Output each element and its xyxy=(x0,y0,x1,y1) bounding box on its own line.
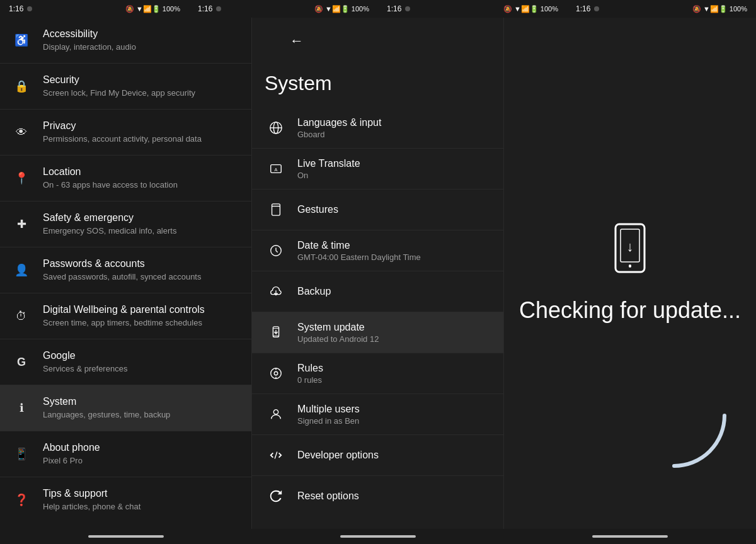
sidebar-item-safety[interactable]: ✚ Safety & emergency Emergency SOS, medi… xyxy=(0,201,251,247)
sidebar-item-accessibility[interactable]: ♿ Accessibility Display, interaction, au… xyxy=(0,18,251,63)
system-item-gestures[interactable]: Gestures xyxy=(252,190,503,230)
system-icon-livetranslate: A xyxy=(265,157,287,180)
sidebar-icon-location: 📍 xyxy=(10,167,33,190)
svg-rect-5 xyxy=(272,204,280,215)
bottom-left xyxy=(0,529,252,544)
status-dot-far-right xyxy=(594,6,599,11)
system-icon-developer xyxy=(265,444,287,467)
update-icon-container: ↓ xyxy=(608,223,652,282)
sidebar-item-about[interactable]: 📱 About phone Pixel 6 Pro xyxy=(0,431,251,477)
sidebar-icon-tips: ❓ xyxy=(10,489,33,511)
system-title-reset: Reset options xyxy=(297,490,491,502)
system-title-systemupdate: System update xyxy=(297,322,491,333)
sidebar-title-system: System xyxy=(43,395,241,409)
sidebar-title-location: Location xyxy=(43,166,241,179)
system-item-datetime[interactable]: Date & time GMT-04:00 Eastern Daylight T… xyxy=(252,230,503,271)
system-title-gestures: Gestures xyxy=(297,204,491,215)
sidebar-icon-privacy: 👁 xyxy=(10,121,33,144)
status-icons-far-right: 🔕 ▼📶🔋 100% xyxy=(692,5,747,13)
system-title-multipleusers: Multiple users xyxy=(297,404,491,415)
sidebar-title-about: About phone xyxy=(43,441,241,455)
system-subtitle-livetranslate: On xyxy=(297,171,491,180)
sidebar-icon-wellbeing: ⏱ xyxy=(10,305,33,327)
status-dot-center xyxy=(216,6,221,11)
bottom-right xyxy=(504,529,756,544)
sidebar-title-wellbeing: Digital Wellbeing & parental controls xyxy=(43,303,241,317)
status-icons-left: 🔕 ▼📶🔋 100% xyxy=(125,5,180,13)
system-icon-systemupdate xyxy=(265,321,287,344)
system-item-multipleusers[interactable]: Multiple users Signed in as Ben xyxy=(252,394,503,434)
sidebar-title-passwords: Passwords & accounts xyxy=(43,258,241,271)
update-title: Checking for update... xyxy=(519,297,741,324)
sidebar-subtitle-wellbeing: Screen time, app timers, bedtime schedul… xyxy=(43,318,241,329)
left-panel: ♿ Accessibility Display, interaction, au… xyxy=(0,18,252,529)
sidebar-subtitle-tips: Help articles, phone & chat xyxy=(43,502,241,513)
status-section-center: 1:16 🔕 ▼📶🔋 100% xyxy=(189,0,378,18)
bottom-indicator-center xyxy=(340,535,416,538)
svg-text:↓: ↓ xyxy=(627,239,634,254)
status-bar: 1:16 🔕 ▼📶🔋 100% 1:16 🔕 ▼📶🔋 100% 1:16 🔕 ▼… xyxy=(0,0,756,18)
status-time-far-right: 1:16 xyxy=(576,4,590,13)
sidebar-icon-safety: ✚ xyxy=(10,213,33,235)
sidebar-item-security[interactable]: 🔒 Security Screen lock, Find My Device, … xyxy=(0,64,251,109)
status-time-center: 1:16 xyxy=(198,4,212,13)
sidebar-subtitle-security: Screen lock, Find My Device, app securit… xyxy=(43,88,241,99)
system-title-developer: Developer options xyxy=(297,450,491,461)
sidebar-item-tips[interactable]: ❓ Tips & support Help articles, phone & … xyxy=(0,477,251,523)
right-panel: ↓ Checking for update... xyxy=(504,18,756,529)
sidebar-subtitle-passwords: Saved passwords, autofill, synced accoun… xyxy=(43,272,241,283)
system-item-developer[interactable]: Developer options xyxy=(252,435,503,475)
system-update-icon: ↓ xyxy=(608,223,652,282)
middle-title: System xyxy=(252,67,503,108)
sidebar-item-wellbeing[interactable]: ⏱ Digital Wellbeing & parental controls … xyxy=(0,293,251,339)
system-icon-datetime xyxy=(265,239,287,262)
sidebar-subtitle-location: On - 63 apps have access to location xyxy=(43,180,241,191)
middle-header: ← xyxy=(252,18,503,67)
system-item-livetranslate[interactable]: A Live Translate On xyxy=(252,149,503,189)
sidebar-item-passwords[interactable]: 👤 Passwords & accounts Saved passwords, … xyxy=(0,247,251,293)
svg-point-12 xyxy=(274,371,278,375)
status-dot-left xyxy=(27,6,32,11)
sidebar-icon-system: ℹ xyxy=(10,397,33,419)
system-subtitle-systemupdate: Updated to Android 12 xyxy=(297,334,491,344)
status-section-right: 1:16 🔕 ▼📶🔋 100% xyxy=(378,0,567,18)
sidebar-subtitle-google: Services & preferences xyxy=(43,364,241,375)
system-icon-reset xyxy=(265,485,287,507)
status-icons-right: 🔕 ▼📶🔋 100% xyxy=(503,5,558,13)
system-icon-rules xyxy=(265,362,287,385)
sidebar-item-google[interactable]: G Google Services & preferences xyxy=(0,339,251,385)
system-item-reset[interactable]: Reset options xyxy=(252,476,503,516)
bottom-indicator-left xyxy=(88,535,164,538)
svg-line-16 xyxy=(275,452,277,459)
svg-point-20 xyxy=(629,265,631,268)
back-button[interactable]: ← xyxy=(285,28,309,54)
system-title-backup: Backup xyxy=(297,286,491,297)
sidebar-title-tips: Tips & support xyxy=(43,487,241,501)
sidebar-item-location[interactable]: 📍 Location On - 63 apps have access to l… xyxy=(0,156,251,201)
status-time-right: 1:16 xyxy=(387,4,401,13)
system-title-livetranslate: Live Translate xyxy=(297,158,491,169)
system-item-systemupdate[interactable]: System update Updated to Android 12 xyxy=(252,312,503,353)
sidebar-title-accessibility: Accessibility xyxy=(43,28,241,41)
sidebar-icon-security: 🔒 xyxy=(10,75,33,98)
sidebar-icon-passwords: 👤 xyxy=(10,259,33,281)
system-item-backup[interactable]: Backup xyxy=(252,271,503,312)
sidebar-title-safety: Safety & emergency xyxy=(43,212,241,225)
system-subtitle-multipleusers: Signed in as Ben xyxy=(297,416,491,426)
system-item-rules[interactable]: Rules 0 rules xyxy=(252,353,503,394)
sidebar-item-system[interactable]: ℹ System Languages, gestures, time, back… xyxy=(0,385,251,431)
sidebar-icon-google: G xyxy=(10,351,33,373)
system-icon-gestures xyxy=(265,198,287,221)
status-dot-right xyxy=(405,6,410,11)
sidebar-subtitle-privacy: Permissions, account activity, personal … xyxy=(43,134,241,145)
sidebar-item-privacy[interactable]: 👁 Privacy Permissions, account activity,… xyxy=(0,110,251,155)
loading-arc xyxy=(611,353,737,479)
status-time-left: 1:16 xyxy=(9,4,23,13)
sidebar-title-google: Google xyxy=(43,349,241,363)
bottom-center xyxy=(252,529,504,544)
sidebar-subtitle-accessibility: Display, interaction, audio xyxy=(43,42,241,53)
system-item-languages[interactable]: Languages & input Gboard xyxy=(252,108,503,148)
system-title-rules: Rules xyxy=(297,363,491,374)
sidebar-subtitle-safety: Emergency SOS, medical info, alerts xyxy=(43,226,241,237)
system-subtitle-rules: 0 rules xyxy=(297,375,491,385)
